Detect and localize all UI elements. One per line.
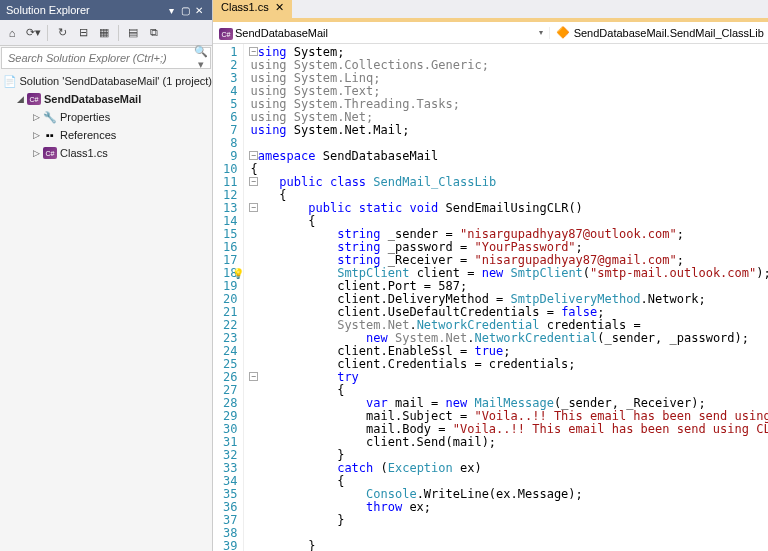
references-icon: ▪▪ — [42, 128, 58, 142]
tab-close-icon[interactable]: ✕ — [275, 1, 284, 14]
editor-tabbar: Class1.cs ✕ — [213, 0, 768, 22]
code-editor[interactable]: 1234567891011121314151617181920212223242… — [213, 44, 768, 551]
file-node[interactable]: ▷ C# Class1.cs — [0, 144, 212, 162]
tab-class1[interactable]: Class1.cs ✕ — [213, 0, 292, 18]
chevron-down-icon: ▾ — [539, 28, 543, 37]
fold-icon[interactable]: − — [249, 203, 258, 212]
chevron-down-icon[interactable]: ◢ — [14, 94, 26, 104]
class-icon: 🔶 — [556, 26, 570, 39]
search-icon[interactable]: 🔍▾ — [192, 45, 210, 71]
panel-title: Solution Explorer — [6, 4, 164, 16]
editor-area: Class1.cs ✕ C# SendDatabaseMail ▾ 🔶 Send… — [213, 0, 768, 551]
fold-icon[interactable]: − — [249, 177, 258, 186]
chevron-right-icon[interactable]: ▷ — [30, 148, 42, 158]
properties-node[interactable]: ▷ 🔧 Properties — [0, 108, 212, 126]
fold-icon[interactable]: − — [249, 151, 258, 160]
csharp-file-icon: C# — [42, 146, 58, 160]
dropdown-icon[interactable]: ▾ — [164, 5, 178, 16]
home-icon[interactable]: ⌂ — [3, 24, 21, 42]
collapse-icon[interactable]: ⊟ — [74, 24, 92, 42]
tab-label: Class1.cs — [221, 1, 269, 13]
code-source[interactable]: −using System;using System.Collections.G… — [244, 44, 768, 551]
line-number-gutter: 1234567891011121314151617181920212223242… — [213, 44, 244, 551]
show-all-icon[interactable]: ▦ — [95, 24, 113, 42]
solution-tree[interactable]: 📄 Solution 'SendDatabaseMail' (1 project… — [0, 70, 212, 551]
lightbulb-icon[interactable]: 💡 — [232, 267, 244, 280]
class-dropdown[interactable]: 🔶 SendDatabaseMail.SendMail_ClassLib ▾ — [550, 26, 768, 39]
solution-explorer-panel: Solution Explorer ▾ ▢ ✕ ⌂ ⟳▾ ↻ ⊟ ▦ ▤ ⧉ 🔍… — [0, 0, 213, 551]
wrench-icon: 🔧 — [42, 110, 58, 124]
chevron-right-icon[interactable]: ▷ — [30, 112, 42, 122]
close-icon[interactable]: ✕ — [192, 5, 206, 16]
solution-icon: 📄 — [3, 74, 17, 88]
search-box[interactable]: 🔍▾ — [1, 47, 211, 69]
refresh-icon[interactable]: ↻ — [53, 24, 71, 42]
csharp-project-icon: C# — [26, 92, 42, 106]
preview-icon[interactable]: ⧉ — [145, 24, 163, 42]
sync-icon[interactable]: ⟳▾ — [24, 24, 42, 42]
project-dropdown[interactable]: C# SendDatabaseMail ▾ — [213, 27, 550, 39]
solution-toolbar: ⌂ ⟳▾ ↻ ⊟ ▦ ▤ ⧉ — [0, 20, 212, 46]
fold-icon[interactable]: − — [249, 47, 258, 56]
project-node[interactable]: ◢ C# SendDatabaseMail — [0, 90, 212, 108]
fold-icon[interactable]: − — [249, 372, 258, 381]
references-node[interactable]: ▷ ▪▪ References — [0, 126, 212, 144]
chevron-right-icon[interactable]: ▷ — [30, 130, 42, 140]
pin-icon[interactable]: ▢ — [178, 5, 192, 16]
search-input[interactable] — [2, 52, 192, 64]
properties-icon[interactable]: ▤ — [124, 24, 142, 42]
nav-bar: C# SendDatabaseMail ▾ 🔶 SendDatabaseMail… — [213, 22, 768, 44]
solution-node[interactable]: 📄 Solution 'SendDatabaseMail' (1 project… — [0, 72, 212, 90]
csharp-icon: C# — [219, 27, 231, 39]
panel-header: Solution Explorer ▾ ▢ ✕ — [0, 0, 212, 20]
